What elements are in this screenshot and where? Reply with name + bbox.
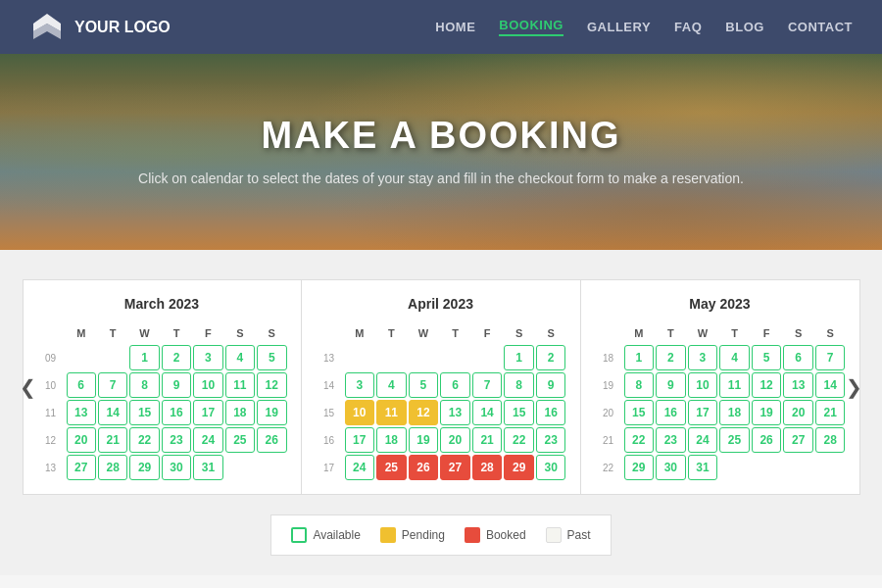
may-day-2[interactable]: 2 bbox=[656, 345, 686, 370]
april-day-21[interactable]: 21 bbox=[472, 427, 503, 453]
april-day-10[interactable]: 10 bbox=[345, 400, 375, 425]
march-header-s1: S bbox=[225, 323, 255, 343]
april-day-13[interactable]: 13 bbox=[440, 400, 470, 425]
nav-gallery[interactable]: GALLERY bbox=[587, 20, 651, 34]
nav-blog[interactable]: BLOG bbox=[725, 20, 764, 34]
march-day-24[interactable]: 24 bbox=[193, 427, 222, 453]
may-day-20[interactable]: 20 bbox=[783, 400, 813, 425]
april-day-25[interactable]: 25 bbox=[376, 455, 407, 480]
april-day-12[interactable]: 12 bbox=[409, 400, 439, 425]
april-day-15[interactable]: 15 bbox=[504, 400, 534, 425]
may-day-27[interactable]: 27 bbox=[783, 427, 813, 453]
april-day-22[interactable]: 22 bbox=[504, 427, 534, 453]
may-day-29[interactable]: 29 bbox=[624, 455, 655, 480]
april-day-30[interactable]: 30 bbox=[536, 455, 566, 480]
next-arrow[interactable]: ❯ bbox=[836, 366, 872, 409]
march-day-9[interactable]: 9 bbox=[162, 372, 191, 398]
march-day-29[interactable]: 29 bbox=[129, 455, 159, 480]
may-day-22[interactable]: 22 bbox=[624, 427, 655, 453]
march-day-5[interactable]: 5 bbox=[257, 345, 286, 370]
april-day-24[interactable]: 24 bbox=[345, 455, 375, 480]
may-day-26[interactable]: 26 bbox=[752, 427, 782, 453]
april-day-7[interactable]: 7 bbox=[472, 372, 503, 398]
may-day-5[interactable]: 5 bbox=[752, 345, 782, 370]
march-day-2[interactable]: 2 bbox=[162, 345, 191, 370]
march-day-21[interactable]: 21 bbox=[98, 427, 127, 453]
may-day-12[interactable]: 12 bbox=[752, 372, 782, 398]
may-day-10[interactable]: 10 bbox=[688, 372, 718, 398]
march-day-16[interactable]: 16 bbox=[162, 400, 191, 425]
march-day-18[interactable]: 18 bbox=[225, 400, 255, 425]
march-day-8[interactable]: 8 bbox=[129, 372, 159, 398]
may-day-25[interactable]: 25 bbox=[719, 427, 750, 453]
april-day-28[interactable]: 28 bbox=[472, 455, 503, 480]
march-day-15[interactable]: 15 bbox=[129, 400, 159, 425]
march-day-6[interactable]: 6 bbox=[67, 372, 96, 398]
march-day-26[interactable]: 26 bbox=[257, 427, 286, 453]
march-day-30[interactable]: 30 bbox=[162, 455, 191, 480]
may-day-11[interactable]: 11 bbox=[719, 372, 750, 398]
march-day-25[interactable]: 25 bbox=[225, 427, 255, 453]
april-day-5[interactable]: 5 bbox=[409, 372, 439, 398]
may-empty-2 bbox=[752, 455, 782, 480]
march-day-28[interactable]: 28 bbox=[98, 455, 127, 480]
may-day-3[interactable]: 3 bbox=[688, 345, 718, 370]
march-day-20[interactable]: 20 bbox=[67, 427, 96, 453]
nav-faq[interactable]: FAQ bbox=[674, 20, 702, 34]
april-day-9[interactable]: 9 bbox=[536, 372, 566, 398]
march-day-27[interactable]: 27 bbox=[67, 455, 96, 480]
may-day-31[interactable]: 31 bbox=[688, 455, 718, 480]
may-day-30[interactable]: 30 bbox=[656, 455, 686, 480]
may-day-8[interactable]: 8 bbox=[624, 372, 655, 398]
april-day-11[interactable]: 11 bbox=[376, 400, 407, 425]
april-day-18[interactable]: 18 bbox=[376, 427, 407, 453]
march-day-7[interactable]: 7 bbox=[98, 372, 127, 398]
march-day-3[interactable]: 3 bbox=[193, 345, 222, 370]
april-day-8[interactable]: 8 bbox=[504, 372, 534, 398]
march-day-17[interactable]: 17 bbox=[193, 400, 222, 425]
may-day-6[interactable]: 6 bbox=[783, 345, 813, 370]
may-day-18[interactable]: 18 bbox=[719, 400, 750, 425]
march-day-1[interactable]: 1 bbox=[129, 345, 159, 370]
april-day-19[interactable]: 19 bbox=[409, 427, 439, 453]
april-day-17[interactable]: 17 bbox=[345, 427, 375, 453]
march-day-19[interactable]: 19 bbox=[257, 400, 286, 425]
april-day-6[interactable]: 6 bbox=[440, 372, 470, 398]
may-day-28[interactable]: 28 bbox=[815, 427, 846, 453]
nav-home[interactable]: HOME bbox=[435, 20, 475, 34]
may-empty-3 bbox=[783, 455, 813, 480]
april-day-29[interactable]: 29 bbox=[504, 455, 534, 480]
nav-booking[interactable]: BOOKING bbox=[499, 18, 564, 36]
april-day-27[interactable]: 27 bbox=[440, 455, 470, 480]
april-day-16[interactable]: 16 bbox=[536, 400, 566, 425]
may-day-13[interactable]: 13 bbox=[783, 372, 813, 398]
april-day-1[interactable]: 1 bbox=[504, 345, 534, 370]
march-day-31[interactable]: 31 bbox=[193, 455, 222, 480]
march-day-22[interactable]: 22 bbox=[129, 427, 159, 453]
may-day-9[interactable]: 9 bbox=[656, 372, 686, 398]
may-day-24[interactable]: 24 bbox=[688, 427, 718, 453]
may-day-23[interactable]: 23 bbox=[656, 427, 686, 453]
april-day-14[interactable]: 14 bbox=[472, 400, 503, 425]
may-day-19[interactable]: 19 bbox=[752, 400, 782, 425]
may-day-15[interactable]: 15 bbox=[624, 400, 655, 425]
march-day-13[interactable]: 13 bbox=[67, 400, 96, 425]
april-day-20[interactable]: 20 bbox=[440, 427, 470, 453]
march-day-10[interactable]: 10 bbox=[193, 372, 222, 398]
may-day-16[interactable]: 16 bbox=[656, 400, 686, 425]
nav-contact[interactable]: CONTACT bbox=[788, 20, 853, 34]
april-day-2[interactable]: 2 bbox=[536, 345, 566, 370]
march-day-11[interactable]: 11 bbox=[225, 372, 255, 398]
april-day-3[interactable]: 3 bbox=[345, 372, 375, 398]
may-day-4[interactable]: 4 bbox=[719, 345, 750, 370]
may-day-1[interactable]: 1 bbox=[624, 345, 655, 370]
prev-arrow[interactable]: ❮ bbox=[10, 366, 46, 409]
march-day-14[interactable]: 14 bbox=[98, 400, 127, 425]
april-day-23[interactable]: 23 bbox=[536, 427, 566, 453]
april-day-26[interactable]: 26 bbox=[409, 455, 439, 480]
march-day-4[interactable]: 4 bbox=[225, 345, 255, 370]
may-day-17[interactable]: 17 bbox=[688, 400, 718, 425]
march-day-12[interactable]: 12 bbox=[257, 372, 286, 398]
march-day-23[interactable]: 23 bbox=[162, 427, 191, 453]
april-day-4[interactable]: 4 bbox=[376, 372, 407, 398]
